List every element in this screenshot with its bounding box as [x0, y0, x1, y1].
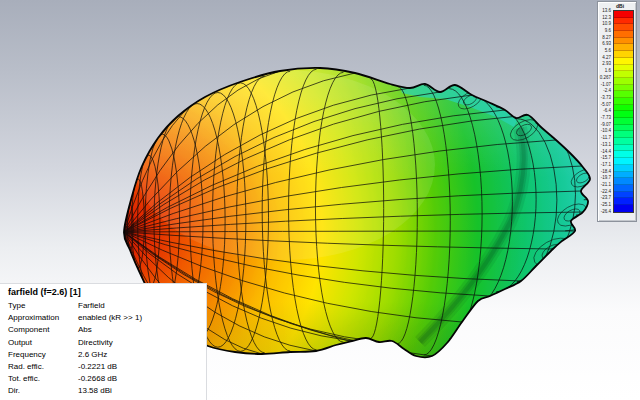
colorbar-tick-label: -2.4 [598, 88, 611, 93]
colorbar-tick-label: 2.93 [598, 61, 611, 66]
colorbar-tick-label: -11.7 [598, 135, 611, 140]
colorbar-scale [613, 10, 634, 213]
colorbar-segment [614, 192, 633, 199]
info-label: Rad. effic. [8, 361, 78, 373]
colorbar-segment [614, 105, 633, 112]
colorbar-segment [614, 65, 633, 72]
colorbar-tick-label: -10.4 [598, 128, 611, 133]
info-label: Dir. [8, 385, 78, 397]
colorbar-tick-label: -21.1 [598, 182, 611, 187]
info-row-frequency: Frequency2.6 GHz [8, 349, 206, 361]
colorbar-tick-label: -9.07 [598, 122, 611, 127]
colorbar-segment [614, 38, 633, 45]
3d-viewport[interactable]: dBi 13.612.310.99.68.276.935.64.272.931.… [0, 0, 640, 400]
info-row-rad-effic: Rad. effic.-0.2221 dB [8, 361, 206, 373]
info-row-type: TypeFarfield [8, 300, 206, 312]
colorbar-segment [614, 91, 633, 98]
colorbar-segment [614, 131, 633, 138]
colorbar-segment [614, 172, 633, 179]
colorbar-tick-label: 10.9 [598, 21, 611, 26]
colorbar-tick-label: -13.1 [598, 142, 611, 147]
info-label: Component [8, 324, 78, 336]
colorbar-tick-label: -3.73 [598, 95, 611, 100]
colorbar-tick-label: -23.7 [598, 195, 611, 200]
colorbar-tick-label: -1.07 [598, 82, 611, 87]
colorbar-segment [614, 58, 633, 65]
colorbar-segment [614, 138, 633, 145]
info-label: Approximation [8, 312, 78, 324]
colorbar-tick-label: -14.4 [598, 149, 611, 154]
colorbar-segment [614, 198, 633, 205]
colorbar-tick-label: -6.4 [598, 108, 611, 113]
colorbar-tick-label: 4.27 [598, 55, 611, 60]
info-label: Frequency [8, 349, 78, 361]
colorbar-segment [614, 111, 633, 118]
info-value: 13.58 dBi [78, 386, 112, 395]
colorbar-segment [614, 145, 633, 152]
info-row-tot-effic: Tot. effic.-0.2668 dB [8, 373, 206, 385]
colorbar-segment [614, 178, 633, 185]
colorbar-tick-label: -26.4 [598, 209, 611, 214]
info-panel-title: farfield (f=2.6) [1] [8, 287, 206, 297]
colorbar-segment [614, 11, 633, 18]
colorbar-segment [614, 24, 633, 31]
colorbar-segment [614, 71, 633, 78]
colorbar-segment [614, 165, 633, 172]
colorbar-segment [614, 151, 633, 158]
colorbar-tick-label: -15.7 [598, 155, 611, 160]
colorbar-segment [614, 78, 633, 85]
info-value: -0.2668 dB [78, 374, 117, 383]
colorbar-tick-label: 13.6 [598, 8, 611, 13]
info-value: Abs [78, 325, 92, 334]
colorbar-segment [614, 18, 633, 25]
colorbar-segment [614, 158, 633, 165]
info-row-approximation: Approximationenabled (kR >> 1) [8, 312, 206, 324]
colorbar-tick-label: 1.6 [598, 68, 611, 73]
colorbar-tick-label: 9.6 [598, 28, 611, 33]
info-value: Farfield [78, 301, 105, 310]
colorbar-segment [614, 185, 633, 192]
colorbar-segment [614, 118, 633, 125]
info-value: 2.6 GHz [78, 350, 107, 359]
colorbar-tick-label: 12.3 [598, 15, 611, 20]
info-value: Directivity [78, 338, 113, 347]
info-label: Type [8, 300, 78, 312]
colorbar-segment [614, 31, 633, 38]
info-label: Output [8, 337, 78, 349]
colorbar-tick-label: -22.4 [598, 189, 611, 194]
info-label: Tot. effic. [8, 373, 78, 385]
info-row-component: ComponentAbs [8, 324, 206, 336]
info-row-output: OutputDirectivity [8, 337, 206, 349]
colorbar-segment [614, 44, 633, 51]
colorbar-tick-label: 8.27 [598, 35, 611, 40]
colorbar-segment [614, 85, 633, 92]
colorbar-tick-label: -25.1 [598, 202, 611, 207]
colorbar-tick-label: 6.93 [598, 41, 611, 46]
farfield-info-panel: farfield (f=2.6) [1] TypeFarfield Approx… [0, 283, 207, 400]
info-row-dir: Dir.13.58 dBi [8, 385, 206, 397]
info-value: -0.2221 dB [78, 362, 117, 371]
colorbar-tick-label: -18.4 [598, 169, 611, 174]
info-value: enabled (kR >> 1) [78, 313, 142, 322]
colorbar-legend: dBi 13.612.310.99.68.276.935.64.272.931.… [597, 1, 637, 222]
colorbar-tick-label: 0.267 [598, 75, 611, 80]
colorbar-segment [614, 125, 633, 132]
colorbar-tick-label: -5.07 [598, 102, 611, 107]
colorbar-tick-label: 5.6 [598, 48, 611, 53]
colorbar-segment [614, 98, 633, 105]
colorbar-tick-label: -19.7 [598, 175, 611, 180]
colorbar-segment [614, 205, 633, 212]
colorbar-segment [614, 51, 633, 58]
colorbar-tick-label: -17.1 [598, 162, 611, 167]
colorbar-tick-label: -7.73 [598, 115, 611, 120]
